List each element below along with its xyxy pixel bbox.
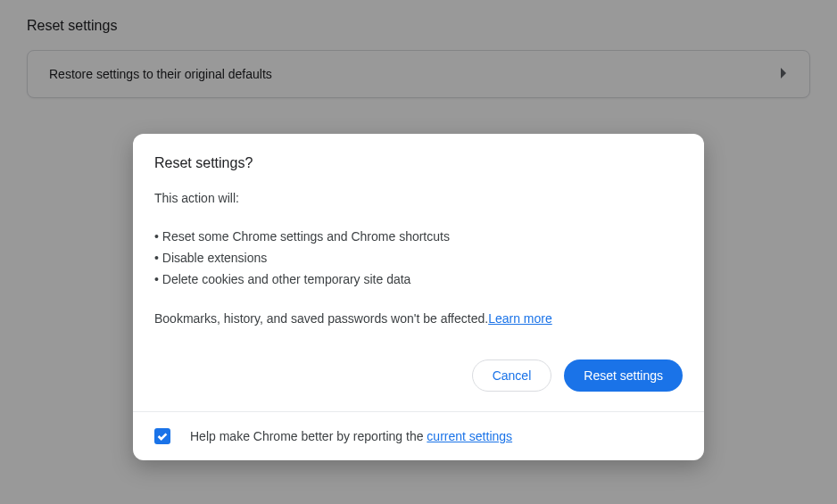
learn-more-link[interactable]: Learn more	[488, 311, 552, 326]
dialog-body: Reset settings? This action will: Reset …	[133, 134, 704, 343]
modal-overlay: Reset settings? This action will: Reset …	[0, 0, 837, 504]
dialog-effects-list: Reset some Chrome settings and Chrome sh…	[154, 227, 683, 290]
current-settings-link[interactable]: current settings	[427, 429, 512, 443]
dialog-actions: Cancel Reset settings	[133, 343, 704, 411]
dialog-intro-text: This action will:	[154, 191, 683, 205]
dialog-footer: Help make Chrome better by reporting the…	[133, 411, 704, 460]
reset-settings-dialog: Reset settings? This action will: Reset …	[133, 134, 704, 460]
dialog-title: Reset settings?	[154, 155, 683, 171]
dialog-note-text: Bookmarks, history, and saved passwords …	[154, 311, 488, 326]
dialog-note: Bookmarks, history, and saved passwords …	[154, 311, 683, 326]
reset-settings-button[interactable]: Reset settings	[564, 359, 683, 392]
report-settings-checkbox[interactable]	[154, 428, 170, 444]
list-item: Disable extensions	[154, 248, 683, 269]
list-item: Reset some Chrome settings and Chrome sh…	[154, 227, 683, 248]
cancel-button[interactable]: Cancel	[472, 359, 552, 392]
footer-prefix: Help make Chrome better by reporting the	[190, 429, 427, 443]
footer-text: Help make Chrome better by reporting the…	[190, 429, 512, 443]
checkmark-icon	[156, 430, 169, 442]
list-item: Delete cookies and other temporary site …	[154, 269, 683, 291]
